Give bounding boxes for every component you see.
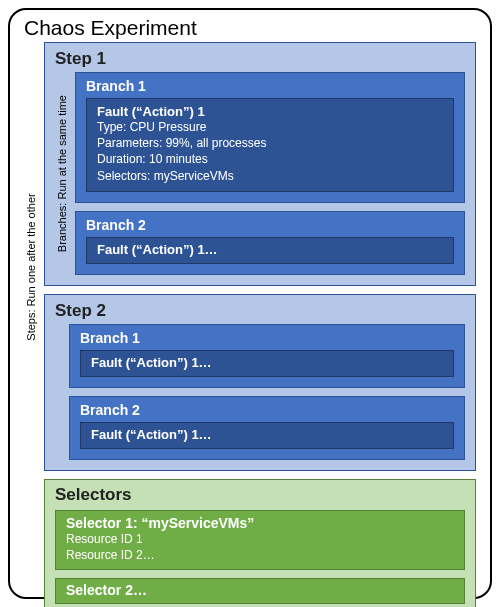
fault-title: Fault (“Action”) 1… [97, 241, 443, 258]
step-box-2: Step 2 Branch 1 Fault (“Action”) 1… Bran… [44, 294, 476, 471]
selector-name: Selector 1: “myServiceVMs” [66, 515, 454, 531]
branches-column: Branch 1 Fault (“Action”) 1… Branch 2 Fa… [55, 324, 465, 460]
fault-box: Fault (“Action”) 1 Type: CPU Pressure Pa… [86, 98, 454, 192]
step-box-1: Step 1 Branches: Run at the same time Br… [44, 42, 476, 286]
experiment-container: Chaos Experiment Steps: Run one after th… [8, 8, 492, 599]
branch-box: Branch 1 Fault (“Action”) 1… [69, 324, 465, 388]
main-column: Step 1 Branches: Run at the same time Br… [38, 42, 476, 583]
fault-line: Duration: 10 minutes [97, 151, 443, 167]
steps-side-label: Steps: Run one after the other [24, 78, 38, 457]
branch-title: Branch 2 [86, 217, 454, 233]
page-title: Chaos Experiment [24, 16, 476, 40]
branch-title: Branch 1 [86, 78, 454, 94]
branches-column: Branch 1 Fault (“Action”) 1 Type: CPU Pr… [69, 72, 465, 275]
selectors-box: Selectors Selector 1: “myServiceVMs” Res… [44, 479, 476, 607]
fault-box: Fault (“Action”) 1… [86, 237, 454, 264]
fault-line: Parameters: 99%, all processes [97, 135, 443, 151]
fault-title: Fault (“Action”) 1… [91, 354, 443, 371]
selector-line: Resource ID 2… [66, 547, 454, 563]
branch-title: Branch 2 [80, 402, 454, 418]
selector-line: Resource ID 1 [66, 531, 454, 547]
step-row: Branches: Run at the same time Branch 1 … [55, 72, 465, 275]
content-row: Steps: Run one after the other Step 1 Br… [24, 42, 476, 583]
branch-box: Branch 1 Fault (“Action”) 1 Type: CPU Pr… [75, 72, 465, 203]
branch-box: Branch 2 Fault (“Action”) 1… [75, 211, 465, 275]
fault-title: Fault (“Action”) 1 [97, 104, 443, 119]
selector-name: Selector 2… [66, 582, 454, 598]
step-title: Step 2 [55, 301, 465, 321]
fault-title: Fault (“Action”) 1… [91, 426, 443, 443]
branch-box: Branch 2 Fault (“Action”) 1… [69, 396, 465, 460]
fault-line: Selectors: myServiceVMs [97, 168, 443, 184]
fault-box: Fault (“Action”) 1… [80, 422, 454, 449]
fault-box: Fault (“Action”) 1… [80, 350, 454, 377]
fault-line: Type: CPU Pressure [97, 119, 443, 135]
selectors-title: Selectors [55, 485, 465, 505]
branch-title: Branch 1 [80, 330, 454, 346]
selector-item: Selector 1: “myServiceVMs” Resource ID 1… [55, 510, 465, 570]
selector-item: Selector 2… [55, 578, 465, 604]
branches-side-label: Branches: Run at the same time [55, 95, 69, 252]
step-title: Step 1 [55, 49, 465, 69]
